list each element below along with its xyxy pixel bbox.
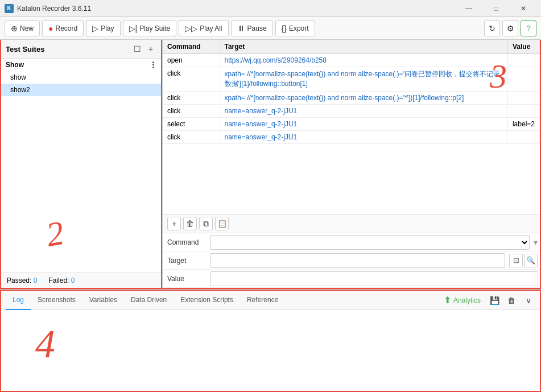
settings-button[interactable]: ⚙ <box>502 20 518 36</box>
play-suite-icon: ▷| <box>129 24 138 33</box>
save-log-button[interactable]: 💾 <box>488 294 501 307</box>
target-input[interactable] <box>210 253 505 268</box>
tab-reference[interactable]: Reference <box>240 291 285 310</box>
tree-item-show2[interactable]: show2 <box>1 84 161 96</box>
expand-panel-button[interactable]: ∨ <box>522 294 535 307</box>
maximize-button[interactable]: □ <box>483 0 509 17</box>
cmd-cell: select <box>163 118 220 131</box>
play-all-label: Play All <box>200 24 222 32</box>
table-row[interactable]: click xpath=.//*[normalize-space(text())… <box>163 67 540 92</box>
target-header: Target <box>220 40 507 54</box>
add-suite-icon[interactable]: + <box>145 43 156 55</box>
tab-screenshots[interactable]: Screenshots <box>31 291 82 310</box>
export-label: Export <box>289 24 309 32</box>
play-suite-button[interactable]: ▷| Play Suite <box>123 20 177 36</box>
copy-cmd-button[interactable]: ⧉ <box>199 217 213 230</box>
cmd-cell: open <box>163 54 220 67</box>
command-form-label: Command <box>163 238 208 246</box>
command-table[interactable]: Command Target Value open https://wj.qq.… <box>163 40 540 214</box>
bottom-tabs-right: ⬆ Analytics 💾 🗑 ∨ <box>440 293 535 307</box>
paste-cmd-button[interactable]: 📋 <box>215 217 229 230</box>
export-button[interactable]: {} Export <box>275 20 315 36</box>
play-suite-label: Play Suite <box>139 24 170 32</box>
tree-group-menu[interactable]: ⋮ <box>150 61 156 69</box>
main-toolbar: ⊕ New ● Record ▷ Play ▷| Play Suite ▷▷ P… <box>0 17 541 40</box>
right-panel: Command Target Value open https://wj.qq.… <box>162 40 541 289</box>
pause-button[interactable]: ⏸ Pause <box>231 20 273 36</box>
tree-group-label: Show <box>6 61 24 69</box>
command-select[interactable] <box>210 235 530 250</box>
target-cell: xpath=.//*[normalize-space(text()) and n… <box>220 92 507 105</box>
analytics-button[interactable]: ⬆ Analytics <box>440 293 484 307</box>
close-button[interactable]: ✕ <box>510 0 536 17</box>
failed-label: Failed: 0 <box>48 277 75 284</box>
cmd-form: Command ▾ Target ⊡ 🔍 Value <box>163 233 540 288</box>
pause-icon: ⏸ <box>237 24 245 33</box>
value-cell <box>507 54 539 67</box>
value-row: Value <box>163 270 540 288</box>
panel-header-icons: ☐ + <box>131 43 156 55</box>
delete-cmd-button[interactable]: 🗑 <box>183 217 197 230</box>
value-form-label: Value <box>163 275 208 283</box>
value-header: Value <box>507 40 539 54</box>
annotation-4: 4 <box>35 321 55 367</box>
refresh-button[interactable]: ↻ <box>484 20 500 36</box>
tree-item-label: show <box>10 73 26 81</box>
new-suite-icon[interactable]: ☐ <box>131 43 143 55</box>
tree-group-show[interactable]: Show ⋮ <box>1 59 161 71</box>
target-search-button[interactable]: 🔍 <box>524 254 538 267</box>
tab-data-driven[interactable]: Data Driven <box>124 291 174 310</box>
cmd-cell: click <box>163 67 220 92</box>
new-icon: ⊕ <box>11 24 18 33</box>
record-icon: ● <box>48 24 53 33</box>
play-all-button[interactable]: ▷▷ Play All <box>179 20 228 36</box>
test-suites-header: Test Suites ☐ + <box>1 40 161 59</box>
toolbar-right: ↻ ⚙ ? <box>484 20 536 36</box>
titlebar: K Katalon Recorder 3.6.11 — □ ✕ <box>0 0 541 17</box>
table-row[interactable]: select name=answer_q-2-jJU1 label=2 <box>163 118 540 131</box>
failed-value: 0 <box>71 277 75 284</box>
command-row: Command ▾ <box>163 233 540 251</box>
cmd-cell: click <box>163 105 220 118</box>
target-icons: ⊡ 🔍 <box>507 254 540 267</box>
value-input[interactable] <box>210 271 538 286</box>
bottom-content: 4 <box>1 310 540 391</box>
tab-log[interactable]: Log <box>6 291 31 310</box>
play-all-icon: ▷▷ <box>185 24 197 33</box>
pause-label: Pause <box>247 24 267 32</box>
add-cmd-button[interactable]: + <box>167 217 181 230</box>
play-icon: ▷ <box>92 24 98 33</box>
tree-item-label: show2 <box>10 86 30 94</box>
play-button[interactable]: ▷ Play <box>86 20 120 36</box>
tree-item-show[interactable]: show <box>1 71 161 84</box>
analytics-label: Analytics <box>453 296 481 304</box>
minimize-button[interactable]: — <box>456 0 482 17</box>
passed-value: 0 <box>34 277 38 284</box>
target-picker-button[interactable]: ⊡ <box>509 254 523 267</box>
command-arrow: ▾ <box>531 238 540 247</box>
play-label: Play <box>101 24 114 32</box>
bottom-tabs: Log Screenshots Variables Data Driven Ex… <box>1 291 540 310</box>
left-panel: Test Suites ☐ + Show ⋮ show show2 2 Pas <box>0 40 162 289</box>
new-label: New <box>20 24 34 32</box>
table-row[interactable]: click name=answer_q-2-jJU1 <box>163 105 540 118</box>
table-row[interactable]: click name=answer_q-2-jJU1 <box>163 131 540 144</box>
target-cell: name=answer_q-2-jJU1 <box>220 131 507 144</box>
table-row[interactable]: open https://wj.qq.com/s/2909264/b258 <box>163 54 540 67</box>
clear-log-button[interactable]: 🗑 <box>505 294 518 307</box>
passed-label: Passed: 0 <box>7 277 37 284</box>
cmd-cell: click <box>163 92 220 105</box>
record-label: Record <box>55 24 77 32</box>
target-cell: name=answer_q-2-jJU1 <box>220 118 507 131</box>
app-icon: K <box>5 4 14 13</box>
help-button[interactable]: ? <box>521 20 536 36</box>
tab-variables[interactable]: Variables <box>82 291 124 310</box>
right-wrapper: 3 Command Target Value open <box>162 40 541 289</box>
cmd-toolbar: + 🗑 ⧉ 📋 <box>163 214 540 233</box>
tab-extension-scripts[interactable]: Extension Scripts <box>174 291 240 310</box>
new-button[interactable]: ⊕ New <box>5 20 40 36</box>
main-layout: Test Suites ☐ + Show ⋮ show show2 2 Pas <box>0 40 541 392</box>
target-form-label: Target <box>163 257 208 265</box>
record-button[interactable]: ● Record <box>42 20 84 36</box>
table-row[interactable]: click xpath=.//*[normalize-space(text())… <box>163 92 540 105</box>
